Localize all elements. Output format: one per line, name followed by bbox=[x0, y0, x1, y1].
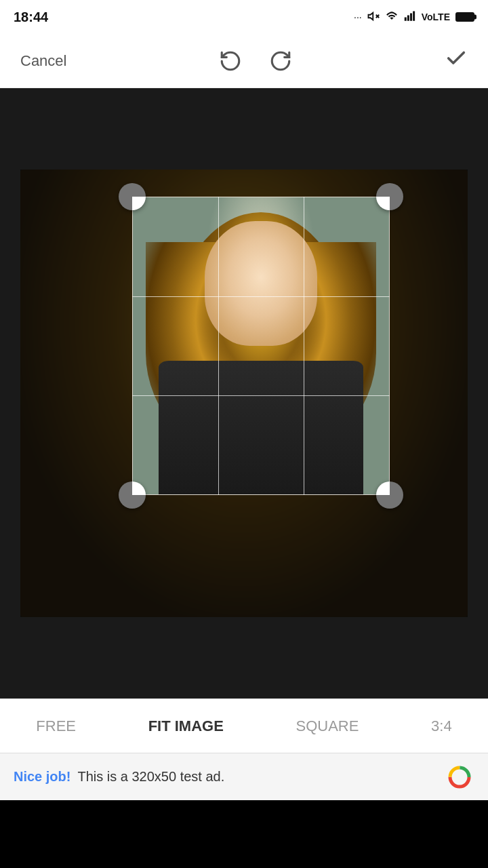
toolbar: Cancel bbox=[0, 34, 488, 88]
ad-logo-icon bbox=[445, 762, 474, 792]
wifi-icon bbox=[385, 10, 399, 24]
svg-rect-2 bbox=[404, 17, 406, 20]
dim-left bbox=[20, 197, 132, 495]
body-area bbox=[159, 361, 363, 494]
crop-option-3-4[interactable]: 3:4 bbox=[418, 711, 466, 742]
volte-badge: VoLTE bbox=[422, 12, 450, 22]
photo-container bbox=[20, 170, 468, 617]
signal-bars-icon bbox=[404, 10, 416, 24]
dim-right bbox=[390, 197, 468, 495]
crop-option-free[interactable]: FREE bbox=[22, 711, 89, 742]
svg-rect-4 bbox=[410, 13, 412, 20]
dim-bottom bbox=[20, 495, 468, 617]
crop-overlay[interactable] bbox=[132, 197, 390, 495]
svg-rect-3 bbox=[407, 15, 409, 20]
ad-banner: Nice job! This is a 320x50 test ad. bbox=[0, 753, 488, 800]
rotate-ccw-button[interactable] bbox=[219, 50, 242, 73]
status-icons: ··· VoLTE bbox=[354, 10, 474, 24]
dim-top bbox=[20, 170, 468, 197]
cancel-button[interactable]: Cancel bbox=[20, 52, 66, 70]
crop-option-fit-image[interactable]: FIT IMAGE bbox=[135, 711, 237, 742]
signal-dots-icon: ··· bbox=[354, 12, 362, 22]
ad-highlight: Nice job! bbox=[14, 769, 70, 785]
person-photo bbox=[133, 197, 389, 494]
toolbar-actions bbox=[219, 50, 292, 73]
battery-icon bbox=[455, 12, 474, 22]
confirm-button[interactable] bbox=[445, 47, 468, 75]
svg-rect-5 bbox=[413, 11, 415, 20]
rotate-cw-button[interactable] bbox=[269, 50, 292, 73]
bottom-toolbar: FREE FIT IMAGE SQUARE 3:4 bbox=[0, 698, 488, 753]
ad-text: This is a 320x50 test ad. bbox=[77, 769, 438, 785]
crop-photo bbox=[132, 197, 390, 495]
status-bar: 18:44 ··· VoLTE bbox=[0, 0, 488, 34]
mute-icon bbox=[367, 10, 380, 24]
editor-area[interactable] bbox=[0, 88, 488, 698]
crop-option-square[interactable]: SQUARE bbox=[283, 711, 373, 742]
status-time: 18:44 bbox=[14, 9, 48, 25]
